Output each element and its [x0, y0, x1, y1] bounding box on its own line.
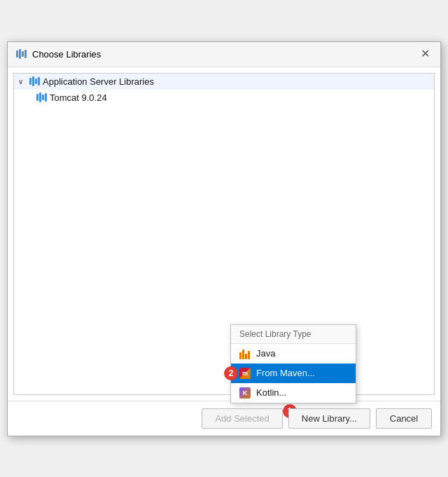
maven-icon: m — [239, 368, 251, 379]
dialog-icon — [16, 49, 27, 59]
tree-root: ∨ Application Server Libraries — [14, 74, 434, 106]
dropdown-item-java[interactable]: Java — [231, 344, 356, 364]
button-bar: Add Selected 1 New Library... Cancel Sel… — [8, 401, 440, 436]
tree-item-tomcat[interactable]: Tomcat 9.0.24 — [14, 90, 434, 106]
chevron-down-icon: ∨ — [18, 78, 27, 85]
library-server-icon — [29, 76, 40, 86]
choose-libraries-dialog: Choose Libraries ✕ ∨ Application Server … — [7, 41, 441, 436]
dropdown-item-from-maven[interactable]: 2 m From Maven... — [231, 364, 356, 383]
dialog-title: Choose Libraries — [32, 49, 101, 60]
application-server-libraries-label: Application Server Libraries — [43, 76, 154, 87]
dropdown-item-kotlin[interactable]: K Kotlin... — [231, 383, 356, 403]
title-bar: Choose Libraries ✕ — [8, 42, 440, 67]
close-button[interactable]: ✕ — [418, 47, 432, 61]
new-library-container: 1 New Library... — [288, 408, 370, 429]
new-library-button[interactable]: New Library... — [288, 408, 370, 429]
library-type-dropdown: Select Library Type Java 2 m From Maven.… — [230, 324, 356, 403]
tomcat-icon — [36, 92, 47, 102]
tomcat-label: Tomcat 9.0.24 — [50, 92, 107, 103]
tree-item-application-server-libraries[interactable]: ∨ Application Server Libraries — [14, 74, 434, 90]
cancel-button[interactable]: Cancel — [376, 408, 432, 429]
badge-2: 2 — [224, 366, 238, 380]
content-area: ∨ Application Server Libraries — [8, 67, 440, 401]
java-label: Java — [256, 348, 275, 359]
maven-label: From Maven... — [256, 368, 315, 378]
add-selected-button[interactable]: Add Selected — [202, 408, 282, 429]
kotlin-icon: K — [239, 387, 251, 399]
library-tree[interactable]: ∨ Application Server Libraries — [13, 73, 435, 395]
title-bar-left: Choose Libraries — [16, 49, 101, 60]
dropdown-header: Select Library Type — [231, 325, 356, 344]
kotlin-label: Kotlin... — [256, 387, 286, 398]
java-icon — [239, 348, 251, 359]
